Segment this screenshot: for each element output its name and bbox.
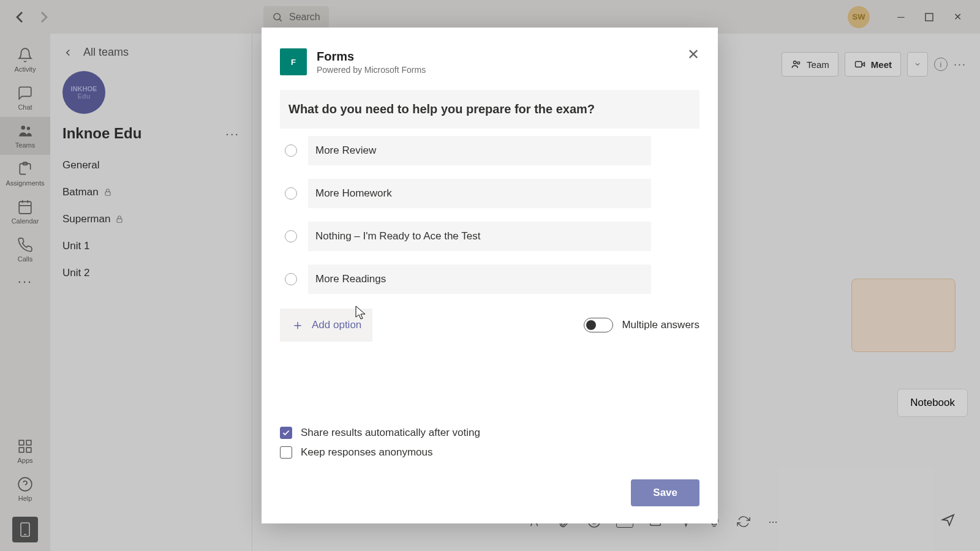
anonymous-label: Keep responses anonymous — [301, 446, 432, 459]
radio-icon — [285, 230, 297, 242]
options-list: More Review More Homework Nothing – I'm … — [280, 132, 699, 298]
option-row: Nothing – I'm Ready to Ace the Test — [280, 218, 699, 255]
question-input[interactable]: What do you need to help you prepare for… — [280, 90, 699, 129]
multiple-answers-toggle[interactable] — [584, 318, 613, 332]
save-button[interactable]: Save — [631, 479, 699, 506]
radio-icon — [285, 273, 297, 285]
radio-icon — [285, 187, 297, 200]
option-input[interactable]: More Readings — [308, 264, 651, 294]
forms-app-icon: F — [280, 48, 307, 75]
anonymous-checkbox[interactable] — [280, 446, 292, 459]
close-icon[interactable]: ✕ — [687, 46, 699, 63]
share-results-label: Share results automatically after voting — [301, 427, 480, 439]
share-results-checkbox[interactable] — [280, 427, 292, 439]
option-row: More Readings — [280, 261, 699, 298]
plus-icon: ＋ — [291, 316, 304, 334]
forms-modal: F Forms Powered by Microsoft Forms ✕ Wha… — [262, 28, 718, 523]
radio-icon — [285, 144, 297, 157]
option-input[interactable]: More Review — [308, 136, 651, 165]
option-row: More Homework — [280, 175, 699, 212]
modal-title: Forms — [317, 50, 426, 64]
add-option-button[interactable]: ＋ Add option — [280, 309, 372, 342]
option-input[interactable]: More Homework — [308, 179, 651, 208]
add-option-label: Add option — [312, 319, 361, 331]
option-row: More Review — [280, 132, 699, 169]
option-input[interactable]: Nothing – I'm Ready to Ace the Test — [308, 222, 651, 251]
modal-subtitle: Powered by Microsoft Forms — [317, 65, 426, 75]
multiple-answers-label: Multiple answers — [622, 319, 699, 331]
